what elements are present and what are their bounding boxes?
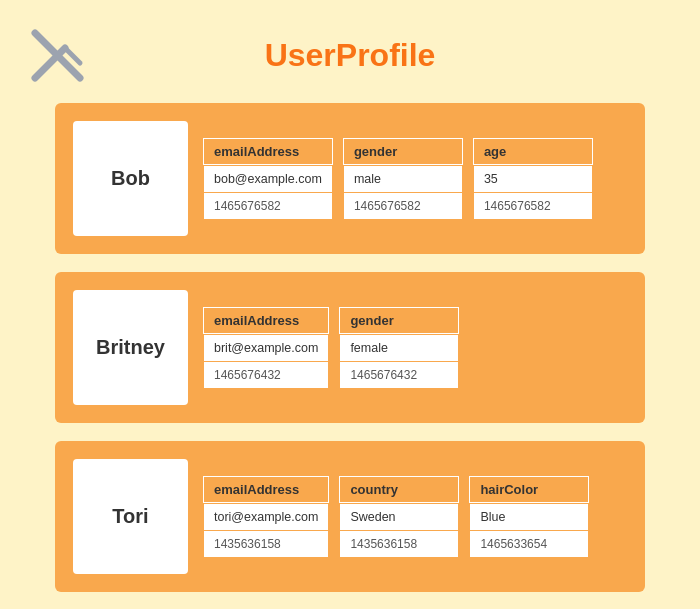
field-label: emailAddress: [203, 476, 329, 503]
field-col-bob-age: age351465676582: [473, 138, 593, 220]
user-list: BobemailAddressbob@example.com1465676582…: [0, 103, 700, 592]
field-value: Blue: [469, 503, 589, 531]
field-value: Sweden: [339, 503, 459, 531]
page-title: UserProfile: [95, 37, 680, 74]
field-value: female: [339, 334, 459, 362]
avatar-tori: Tori: [73, 459, 188, 574]
field-value: bob@example.com: [203, 165, 333, 193]
fields-area-bob: emailAddressbob@example.com1465676582gen…: [203, 138, 627, 220]
field-timestamp: 1435636158: [203, 531, 329, 558]
header: UserProfile: [0, 0, 700, 103]
field-timestamp: 1465676582: [473, 193, 593, 220]
field-timestamp: 1465676432: [339, 362, 459, 389]
avatar-britney: Britney: [73, 290, 188, 405]
field-timestamp: 1465676432: [203, 362, 329, 389]
field-timestamp: 1435636158: [339, 531, 459, 558]
field-col-tori-emailaddress: emailAddresstori@example.com1435636158: [203, 476, 329, 558]
field-timestamp: 1465633654: [469, 531, 589, 558]
field-timestamp: 1465676582: [343, 193, 463, 220]
field-label: emailAddress: [203, 307, 329, 334]
field-label: emailAddress: [203, 138, 333, 165]
field-value: tori@example.com: [203, 503, 329, 531]
fields-area-tori: emailAddresstori@example.com1435636158co…: [203, 476, 627, 558]
field-col-britney-gender: genderfemale1465676432: [339, 307, 459, 389]
field-label: country: [339, 476, 459, 503]
user-card-britney: BritneyemailAddressbrit@example.com14656…: [55, 272, 645, 423]
field-col-bob-gender: gendermale1465676582: [343, 138, 463, 220]
fields-area-britney: emailAddressbrit@example.com1465676432ge…: [203, 307, 627, 389]
logo-icon: [20, 18, 95, 93]
field-value: male: [343, 165, 463, 193]
field-label: gender: [339, 307, 459, 334]
avatar-bob: Bob: [73, 121, 188, 236]
user-card-bob: BobemailAddressbob@example.com1465676582…: [55, 103, 645, 254]
field-label: age: [473, 138, 593, 165]
field-label: gender: [343, 138, 463, 165]
field-value: 35: [473, 165, 593, 193]
field-value: brit@example.com: [203, 334, 329, 362]
field-label: hairColor: [469, 476, 589, 503]
field-col-britney-emailaddress: emailAddressbrit@example.com1465676432: [203, 307, 329, 389]
user-card-tori: ToriemailAddresstori@example.com14356361…: [55, 441, 645, 592]
field-col-tori-country: countrySweden1435636158: [339, 476, 459, 558]
field-col-bob-emailaddress: emailAddressbob@example.com1465676582: [203, 138, 333, 220]
field-timestamp: 1465676582: [203, 193, 333, 220]
field-col-tori-haircolor: hairColorBlue1465633654: [469, 476, 589, 558]
